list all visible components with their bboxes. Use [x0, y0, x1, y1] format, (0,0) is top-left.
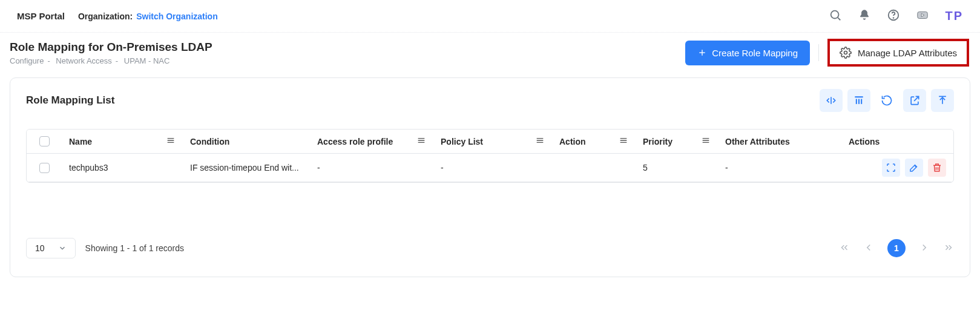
- col-priority[interactable]: Priority: [643, 137, 673, 146]
- search-icon[interactable]: [829, 8, 842, 24]
- cell-policy-list: -: [441, 163, 444, 172]
- refresh-icon[interactable]: [875, 89, 898, 112]
- breadcrumb-item[interactable]: Configure: [10, 56, 44, 65]
- col-actions: Actions: [849, 137, 880, 146]
- cell-access-role-profile: -: [317, 163, 320, 172]
- breadcrumb: Configure- Network Access- UPAM - NAC: [10, 56, 212, 65]
- upload-icon[interactable]: [931, 89, 954, 112]
- chevron-down-icon: [58, 244, 67, 252]
- edit-icon[interactable]: [905, 159, 923, 177]
- manage-ldap-attributes-label: Manage LDAP Attributes: [858, 48, 957, 58]
- table-footer: 10 Showing 1 - 1 of 1 records 1: [26, 228, 954, 258]
- page-header: Role Mapping for On-Premises LDAP Config…: [0, 33, 980, 77]
- switch-organization-link[interactable]: Switch Organization: [136, 12, 218, 21]
- svg-line-1: [838, 18, 841, 20]
- page-number[interactable]: 1: [887, 239, 906, 257]
- help-icon[interactable]: [887, 8, 900, 24]
- card-title: Role Mapping List: [26, 94, 114, 107]
- table-header: Name Condition Access role profile Polic…: [27, 130, 953, 154]
- divider: [818, 44, 819, 61]
- table-row: techpubs3 IF session-timepou End wit... …: [27, 154, 953, 182]
- col-action[interactable]: Action: [559, 137, 586, 146]
- col-other-attributes[interactable]: Other Attributes: [725, 137, 790, 146]
- popout-icon[interactable]: [903, 89, 926, 112]
- brand-title: MSP Portal: [17, 11, 65, 21]
- prev-page-icon[interactable]: [863, 242, 874, 255]
- pager: 1: [839, 239, 954, 257]
- cell-other-attributes: -: [725, 163, 728, 172]
- breadcrumb-item[interactable]: Network Access: [56, 56, 111, 65]
- svg-point-0: [831, 11, 839, 19]
- col-name[interactable]: Name: [69, 137, 92, 146]
- avatar[interactable]: TP: [945, 9, 963, 23]
- col-menu-icon[interactable]: [535, 136, 545, 147]
- svg-line-13: [914, 96, 919, 101]
- page-size-value: 10: [35, 243, 45, 253]
- last-page-icon[interactable]: [943, 242, 954, 255]
- create-role-mapping-label: Create Role Mapping: [712, 48, 798, 58]
- col-policy-list[interactable]: Policy List: [441, 137, 483, 146]
- create-role-mapping-button[interactable]: Create Role Mapping: [685, 41, 810, 65]
- bell-icon[interactable]: [858, 8, 871, 24]
- next-page-icon[interactable]: [919, 242, 930, 255]
- organization-label: Organization:: [78, 12, 133, 21]
- svg-point-7: [844, 51, 847, 54]
- records-text: Showing 1 - 1 of 1 records: [85, 243, 184, 253]
- page-size-select[interactable]: 10: [26, 238, 76, 258]
- top-bar: MSP Portal Organization: Switch Organiza…: [0, 0, 980, 33]
- col-menu-icon[interactable]: [166, 136, 176, 147]
- video-icon[interactable]: [916, 8, 929, 24]
- columns-icon[interactable]: [847, 89, 870, 112]
- cell-condition: IF session-timepou End wit...: [190, 163, 299, 172]
- delete-icon[interactable]: [928, 159, 946, 177]
- row-checkbox[interactable]: [39, 163, 50, 173]
- role-mapping-card: Role Mapping List Name Conditi: [10, 77, 970, 277]
- col-menu-icon[interactable]: [701, 136, 711, 147]
- toolbar: [820, 89, 954, 112]
- select-all-checkbox[interactable]: [39, 136, 50, 146]
- col-menu-icon[interactable]: [619, 136, 628, 147]
- role-mapping-table: Name Condition Access role profile Polic…: [26, 129, 954, 183]
- first-page-icon[interactable]: [839, 242, 850, 255]
- col-access-role-profile[interactable]: Access role profile: [317, 137, 393, 146]
- view-icon[interactable]: [882, 159, 900, 177]
- col-condition[interactable]: Condition: [190, 137, 229, 146]
- cell-name: techpubs3: [69, 163, 108, 172]
- cell-priority: 5: [643, 163, 648, 172]
- fit-columns-icon[interactable]: [820, 89, 843, 112]
- col-menu-icon[interactable]: [416, 136, 426, 147]
- page-title: Role Mapping for On-Premises LDAP: [10, 41, 212, 54]
- manage-ldap-attributes-button[interactable]: Manage LDAP Attributes: [827, 39, 969, 67]
- svg-point-3: [893, 18, 894, 18]
- breadcrumb-item[interactable]: UPAM - NAC: [124, 56, 170, 65]
